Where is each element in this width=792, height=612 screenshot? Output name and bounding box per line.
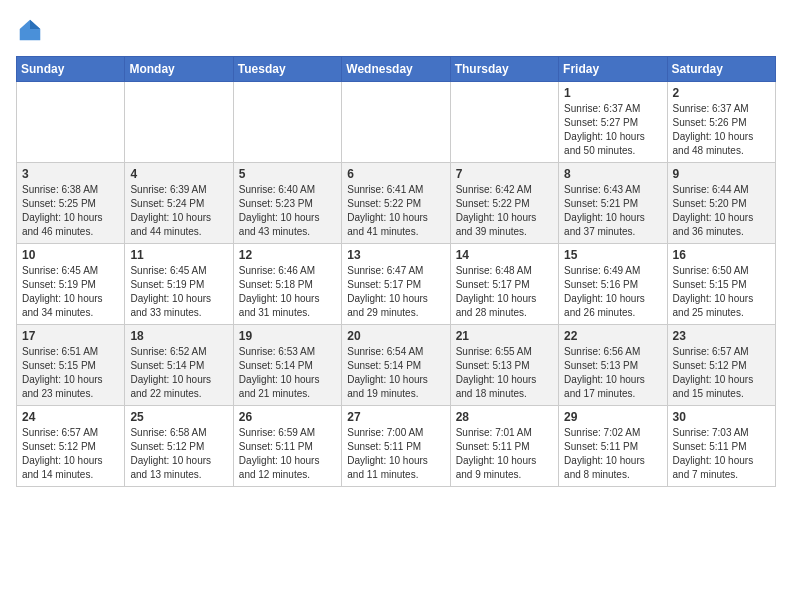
calendar-cell: 7Sunrise: 6:42 AMSunset: 5:22 PMDaylight… bbox=[450, 163, 558, 244]
day-info: Sunrise: 6:37 AMSunset: 5:27 PMDaylight:… bbox=[564, 102, 661, 158]
day-number: 12 bbox=[239, 248, 336, 262]
day-info: Sunrise: 6:56 AMSunset: 5:13 PMDaylight:… bbox=[564, 345, 661, 401]
calendar-cell: 27Sunrise: 7:00 AMSunset: 5:11 PMDayligh… bbox=[342, 406, 450, 487]
logo bbox=[16, 16, 48, 44]
day-info: Sunrise: 7:01 AMSunset: 5:11 PMDaylight:… bbox=[456, 426, 553, 482]
day-info: Sunrise: 6:47 AMSunset: 5:17 PMDaylight:… bbox=[347, 264, 444, 320]
day-info: Sunrise: 6:58 AMSunset: 5:12 PMDaylight:… bbox=[130, 426, 227, 482]
day-info: Sunrise: 6:51 AMSunset: 5:15 PMDaylight:… bbox=[22, 345, 119, 401]
day-number: 18 bbox=[130, 329, 227, 343]
calendar-cell: 3Sunrise: 6:38 AMSunset: 5:25 PMDaylight… bbox=[17, 163, 125, 244]
day-info: Sunrise: 6:54 AMSunset: 5:14 PMDaylight:… bbox=[347, 345, 444, 401]
day-number: 5 bbox=[239, 167, 336, 181]
day-info: Sunrise: 6:38 AMSunset: 5:25 PMDaylight:… bbox=[22, 183, 119, 239]
day-info: Sunrise: 6:57 AMSunset: 5:12 PMDaylight:… bbox=[673, 345, 770, 401]
day-info: Sunrise: 6:42 AMSunset: 5:22 PMDaylight:… bbox=[456, 183, 553, 239]
calendar-cell: 10Sunrise: 6:45 AMSunset: 5:19 PMDayligh… bbox=[17, 244, 125, 325]
day-number: 27 bbox=[347, 410, 444, 424]
day-number: 8 bbox=[564, 167, 661, 181]
day-number: 1 bbox=[564, 86, 661, 100]
calendar-cell: 19Sunrise: 6:53 AMSunset: 5:14 PMDayligh… bbox=[233, 325, 341, 406]
calendar-cell: 17Sunrise: 6:51 AMSunset: 5:15 PMDayligh… bbox=[17, 325, 125, 406]
day-number: 15 bbox=[564, 248, 661, 262]
day-number: 14 bbox=[456, 248, 553, 262]
day-number: 25 bbox=[130, 410, 227, 424]
svg-marker-1 bbox=[30, 20, 40, 29]
day-info: Sunrise: 6:39 AMSunset: 5:24 PMDaylight:… bbox=[130, 183, 227, 239]
calendar-cell: 2Sunrise: 6:37 AMSunset: 5:26 PMDaylight… bbox=[667, 82, 775, 163]
calendar: SundayMondayTuesdayWednesdayThursdayFrid… bbox=[16, 56, 776, 487]
page-header bbox=[16, 16, 776, 44]
calendar-cell: 30Sunrise: 7:03 AMSunset: 5:11 PMDayligh… bbox=[667, 406, 775, 487]
calendar-cell: 22Sunrise: 6:56 AMSunset: 5:13 PMDayligh… bbox=[559, 325, 667, 406]
day-number: 29 bbox=[564, 410, 661, 424]
day-number: 22 bbox=[564, 329, 661, 343]
day-info: Sunrise: 6:37 AMSunset: 5:26 PMDaylight:… bbox=[673, 102, 770, 158]
day-info: Sunrise: 6:52 AMSunset: 5:14 PMDaylight:… bbox=[130, 345, 227, 401]
calendar-cell: 21Sunrise: 6:55 AMSunset: 5:13 PMDayligh… bbox=[450, 325, 558, 406]
calendar-cell bbox=[233, 82, 341, 163]
calendar-cell: 29Sunrise: 7:02 AMSunset: 5:11 PMDayligh… bbox=[559, 406, 667, 487]
day-number: 9 bbox=[673, 167, 770, 181]
day-number: 3 bbox=[22, 167, 119, 181]
calendar-cell: 5Sunrise: 6:40 AMSunset: 5:23 PMDaylight… bbox=[233, 163, 341, 244]
calendar-cell: 15Sunrise: 6:49 AMSunset: 5:16 PMDayligh… bbox=[559, 244, 667, 325]
calendar-cell: 14Sunrise: 6:48 AMSunset: 5:17 PMDayligh… bbox=[450, 244, 558, 325]
day-number: 26 bbox=[239, 410, 336, 424]
day-info: Sunrise: 6:41 AMSunset: 5:22 PMDaylight:… bbox=[347, 183, 444, 239]
day-number: 21 bbox=[456, 329, 553, 343]
calendar-cell: 11Sunrise: 6:45 AMSunset: 5:19 PMDayligh… bbox=[125, 244, 233, 325]
day-number: 20 bbox=[347, 329, 444, 343]
day-number: 7 bbox=[456, 167, 553, 181]
day-header: Saturday bbox=[667, 57, 775, 82]
calendar-cell: 24Sunrise: 6:57 AMSunset: 5:12 PMDayligh… bbox=[17, 406, 125, 487]
day-info: Sunrise: 6:48 AMSunset: 5:17 PMDaylight:… bbox=[456, 264, 553, 320]
day-header: Thursday bbox=[450, 57, 558, 82]
calendar-cell bbox=[125, 82, 233, 163]
day-info: Sunrise: 6:50 AMSunset: 5:15 PMDaylight:… bbox=[673, 264, 770, 320]
calendar-cell: 9Sunrise: 6:44 AMSunset: 5:20 PMDaylight… bbox=[667, 163, 775, 244]
day-number: 30 bbox=[673, 410, 770, 424]
day-header: Sunday bbox=[17, 57, 125, 82]
calendar-cell: 20Sunrise: 6:54 AMSunset: 5:14 PMDayligh… bbox=[342, 325, 450, 406]
day-info: Sunrise: 6:59 AMSunset: 5:11 PMDaylight:… bbox=[239, 426, 336, 482]
day-header: Tuesday bbox=[233, 57, 341, 82]
day-info: Sunrise: 6:57 AMSunset: 5:12 PMDaylight:… bbox=[22, 426, 119, 482]
day-info: Sunrise: 6:49 AMSunset: 5:16 PMDaylight:… bbox=[564, 264, 661, 320]
day-number: 11 bbox=[130, 248, 227, 262]
day-number: 17 bbox=[22, 329, 119, 343]
calendar-cell: 12Sunrise: 6:46 AMSunset: 5:18 PMDayligh… bbox=[233, 244, 341, 325]
day-info: Sunrise: 6:55 AMSunset: 5:13 PMDaylight:… bbox=[456, 345, 553, 401]
day-number: 24 bbox=[22, 410, 119, 424]
calendar-cell: 1Sunrise: 6:37 AMSunset: 5:27 PMDaylight… bbox=[559, 82, 667, 163]
day-number: 10 bbox=[22, 248, 119, 262]
day-number: 4 bbox=[130, 167, 227, 181]
day-number: 13 bbox=[347, 248, 444, 262]
calendar-cell bbox=[17, 82, 125, 163]
calendar-cell: 6Sunrise: 6:41 AMSunset: 5:22 PMDaylight… bbox=[342, 163, 450, 244]
calendar-cell bbox=[450, 82, 558, 163]
day-number: 28 bbox=[456, 410, 553, 424]
day-info: Sunrise: 7:00 AMSunset: 5:11 PMDaylight:… bbox=[347, 426, 444, 482]
day-info: Sunrise: 7:02 AMSunset: 5:11 PMDaylight:… bbox=[564, 426, 661, 482]
calendar-cell: 8Sunrise: 6:43 AMSunset: 5:21 PMDaylight… bbox=[559, 163, 667, 244]
day-info: Sunrise: 6:44 AMSunset: 5:20 PMDaylight:… bbox=[673, 183, 770, 239]
day-info: Sunrise: 6:40 AMSunset: 5:23 PMDaylight:… bbox=[239, 183, 336, 239]
day-number: 16 bbox=[673, 248, 770, 262]
day-info: Sunrise: 6:53 AMSunset: 5:14 PMDaylight:… bbox=[239, 345, 336, 401]
day-number: 6 bbox=[347, 167, 444, 181]
calendar-cell: 4Sunrise: 6:39 AMSunset: 5:24 PMDaylight… bbox=[125, 163, 233, 244]
day-info: Sunrise: 7:03 AMSunset: 5:11 PMDaylight:… bbox=[673, 426, 770, 482]
day-info: Sunrise: 6:45 AMSunset: 5:19 PMDaylight:… bbox=[130, 264, 227, 320]
calendar-cell: 23Sunrise: 6:57 AMSunset: 5:12 PMDayligh… bbox=[667, 325, 775, 406]
calendar-cell: 18Sunrise: 6:52 AMSunset: 5:14 PMDayligh… bbox=[125, 325, 233, 406]
day-info: Sunrise: 6:43 AMSunset: 5:21 PMDaylight:… bbox=[564, 183, 661, 239]
day-number: 23 bbox=[673, 329, 770, 343]
calendar-cell: 25Sunrise: 6:58 AMSunset: 5:12 PMDayligh… bbox=[125, 406, 233, 487]
calendar-cell: 26Sunrise: 6:59 AMSunset: 5:11 PMDayligh… bbox=[233, 406, 341, 487]
day-header: Friday bbox=[559, 57, 667, 82]
calendar-cell: 13Sunrise: 6:47 AMSunset: 5:17 PMDayligh… bbox=[342, 244, 450, 325]
day-info: Sunrise: 6:45 AMSunset: 5:19 PMDaylight:… bbox=[22, 264, 119, 320]
day-header: Monday bbox=[125, 57, 233, 82]
day-number: 2 bbox=[673, 86, 770, 100]
